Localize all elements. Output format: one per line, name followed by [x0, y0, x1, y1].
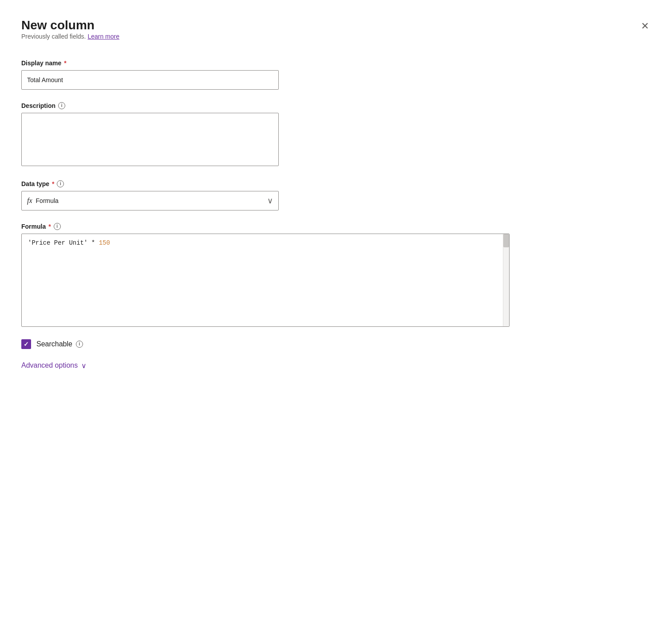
panel-title: New column	[21, 18, 119, 33]
description-label: Description i	[21, 102, 651, 109]
searchable-row: ✓ Searchable i	[21, 339, 651, 349]
searchable-info-icon[interactable]: i	[76, 341, 83, 348]
data-type-select-left: fx Formula	[27, 197, 59, 205]
data-type-label: Data type * i	[21, 180, 651, 187]
close-button[interactable]: ✕	[639, 20, 651, 33]
description-info-icon[interactable]: i	[58, 102, 65, 109]
formula-scrollbar[interactable]	[503, 234, 509, 326]
panel-header: New column Previously called fields. Lea…	[21, 18, 651, 56]
searchable-label: Searchable i	[36, 340, 83, 348]
data-type-value: Formula	[36, 197, 59, 204]
advanced-options-chevron-icon: ∨	[81, 361, 87, 370]
formula-required: *	[48, 223, 51, 230]
advanced-options-label: Advanced options	[21, 361, 78, 369]
display-name-label: Display name *	[21, 60, 651, 67]
display-name-required: *	[64, 60, 66, 67]
formula-label: Formula * i	[21, 223, 651, 230]
new-column-panel: New column Previously called fields. Lea…	[0, 0, 672, 627]
checkbox-check-icon: ✓	[24, 341, 29, 347]
searchable-checkbox[interactable]: ✓	[21, 339, 31, 349]
display-name-field-group: Display name *	[21, 60, 651, 90]
data-type-field-group: Data type * i fx Formula ∨	[21, 180, 651, 210]
learn-more-link[interactable]: Learn more	[87, 33, 119, 40]
data-type-select[interactable]: fx Formula ∨	[21, 191, 279, 210]
display-name-input[interactable]	[21, 70, 279, 90]
data-type-info-icon[interactable]: i	[57, 180, 64, 187]
data-type-required: *	[52, 180, 54, 187]
close-icon: ✕	[641, 20, 649, 32]
advanced-options-row[interactable]: Advanced options ∨	[21, 361, 651, 370]
formula-info-icon[interactable]: i	[54, 223, 61, 230]
formula-scrollbar-thumb[interactable]	[503, 234, 509, 247]
fx-icon: fx	[27, 197, 32, 205]
formula-textarea[interactable]	[22, 234, 503, 326]
formula-area-wrapper: 'Price Per Unit' * 150	[21, 234, 510, 327]
panel-subtitle: Previously called fields. Learn more	[21, 33, 119, 40]
description-field-group: Description i	[21, 102, 651, 168]
formula-field-group: Formula * i 'Price Per Unit' * 150	[21, 223, 651, 327]
description-input[interactable]	[21, 113, 279, 166]
data-type-chevron-icon: ∨	[267, 196, 273, 206]
